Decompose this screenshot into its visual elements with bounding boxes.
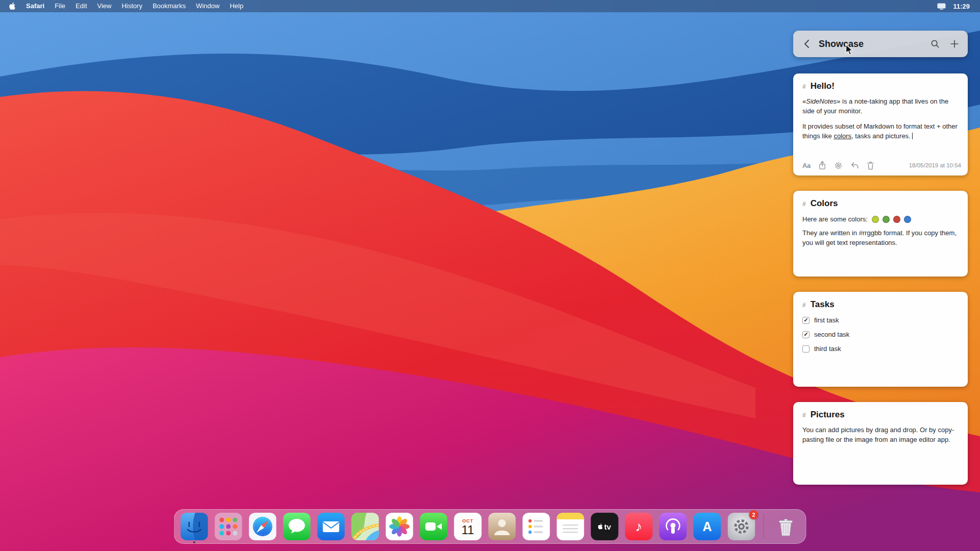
reminders-icon (523, 513, 550, 540)
dock-icon-finder[interactable] (181, 513, 208, 540)
dock-icon-notes[interactable] (557, 513, 584, 540)
color-swatch-blue (904, 216, 911, 223)
dock-icon-photos[interactable] (386, 513, 413, 540)
chevron-left-icon (803, 39, 810, 48)
text-caret (912, 133, 913, 139)
panel-header: Showcase (793, 31, 968, 57)
markdown-hash: # (802, 302, 806, 309)
colors-link-text: colors (834, 132, 851, 140)
back-button[interactable] (800, 38, 813, 50)
notification-badge: 2 (749, 510, 758, 519)
format-button[interactable]: Aa (802, 162, 811, 169)
settings-button[interactable] (834, 161, 843, 170)
dock-icon-launchpad[interactable] (215, 513, 242, 540)
delete-button[interactable] (867, 161, 874, 170)
dock-icon-apple-tv[interactable]: tv (591, 513, 619, 540)
dock-icon-mail[interactable] (317, 513, 345, 540)
apple-logo-icon (9, 2, 16, 10)
podcasts-icon (659, 513, 687, 540)
notes-icon (557, 513, 584, 540)
task-checkbox-first[interactable] (802, 317, 810, 324)
markdown-hash: # (802, 83, 806, 90)
dock-icon-calendar[interactable]: OCT 11 (454, 513, 482, 540)
search-icon (930, 39, 940, 48)
search-button[interactable] (929, 38, 941, 50)
mail-icon (317, 513, 345, 540)
task-label: third task (814, 345, 841, 353)
task-row: second task (802, 331, 959, 338)
gear-icon (834, 161, 843, 170)
markdown-hash: # (802, 412, 806, 419)
apple-logo-icon (598, 523, 603, 530)
task-row: third task (802, 345, 959, 353)
sidenotes-panel: Showcase # Hello! «SideNotes» is a note-… (793, 31, 968, 500)
markdown-hash: # (802, 201, 806, 208)
photos-icon (386, 513, 413, 540)
dock-icon-reminders[interactable] (523, 513, 550, 540)
music-icon: ♪ (625, 513, 653, 540)
note-card-hello[interactable]: # Hello! «SideNotes» is a note-taking ap… (793, 73, 968, 176)
safari-icon (249, 513, 277, 540)
dock-icon-podcasts[interactable] (659, 513, 687, 540)
dock-icon-trash[interactable] (772, 513, 800, 540)
note-title: Colors (811, 198, 838, 209)
apple-menu[interactable] (7, 2, 21, 10)
trash-icon (867, 161, 874, 170)
dock-icon-app-store[interactable]: A (694, 513, 721, 540)
apple-tv-icon: tv (591, 513, 619, 540)
display-mirroring-icon[interactable] (937, 3, 946, 10)
dock-icon-system-preferences[interactable]: 2 (728, 513, 755, 540)
color-swatch-row: Here are some colors: (802, 215, 959, 223)
menu-help[interactable]: Help (225, 0, 249, 12)
dock-icon-facetime[interactable] (420, 513, 448, 540)
menu-bookmarks[interactable]: Bookmarks (148, 0, 191, 12)
task-checkbox-third[interactable] (802, 345, 810, 353)
color-swatch-green (883, 216, 890, 223)
contacts-icon (488, 513, 516, 540)
add-note-button[interactable] (948, 38, 961, 50)
mouse-cursor (845, 44, 854, 58)
task-row: first task (802, 316, 959, 324)
plus-icon (950, 39, 959, 48)
reply-arrow-icon (850, 162, 859, 169)
dock-icon-safari[interactable] (249, 513, 277, 540)
share-icon (818, 161, 826, 170)
note-paragraph: It provides subset of Markdown to format… (802, 122, 959, 141)
task-label: second task (814, 331, 849, 338)
facetime-icon (420, 513, 448, 540)
note-timestamp: 18/05/2019 at 10:54 (909, 162, 961, 168)
folder-title: Showcase (819, 39, 864, 49)
note-card-pictures[interactable]: # Pictures You can add pictures by drag … (793, 402, 968, 485)
finder-icon (181, 513, 208, 540)
menu-history[interactable]: History (116, 0, 147, 12)
reply-button[interactable] (850, 162, 859, 169)
note-title: Hello! (811, 81, 835, 91)
menubar-clock: 11:29 (953, 3, 970, 10)
note-paragraph: «SideNotes» is a note-taking app that li… (802, 97, 959, 116)
dock-icon-maps[interactable] (352, 513, 379, 540)
app-store-icon: A (694, 513, 721, 540)
messages-icon (283, 513, 311, 540)
dock-icon-messages[interactable] (283, 513, 311, 540)
dock-icon-music[interactable]: ♪ (625, 513, 653, 540)
menu-window[interactable]: Window (191, 0, 225, 12)
dock: OCT 11 tv (174, 509, 806, 544)
menu-app-name[interactable]: Safari (21, 0, 50, 12)
trash-bin-icon (772, 513, 800, 540)
dock-icon-contacts[interactable] (488, 513, 516, 540)
note-paragraph: They are written in #rrggbb format. If y… (802, 229, 959, 248)
task-checkbox-second[interactable] (802, 331, 810, 338)
calendar-icon: OCT 11 (454, 513, 482, 540)
menu-file[interactable]: File (50, 0, 70, 12)
share-button[interactable] (818, 161, 826, 170)
launchpad-icon (215, 513, 242, 540)
note-card-tasks[interactable]: # Tasks first task second task third tas… (793, 292, 968, 387)
dock-divider (764, 514, 764, 539)
menu-edit[interactable]: Edit (70, 0, 92, 12)
note-card-colors[interactable]: # Colors Here are some colors: They are … (793, 191, 968, 277)
note-paragraph: You can add pictures by drag and drop. O… (802, 425, 959, 445)
swatch-row-label: Here are some colors: (802, 215, 868, 223)
menu-view[interactable]: View (92, 0, 117, 12)
note-title: Pictures (811, 410, 845, 420)
color-swatch-yellow-green (872, 216, 879, 223)
